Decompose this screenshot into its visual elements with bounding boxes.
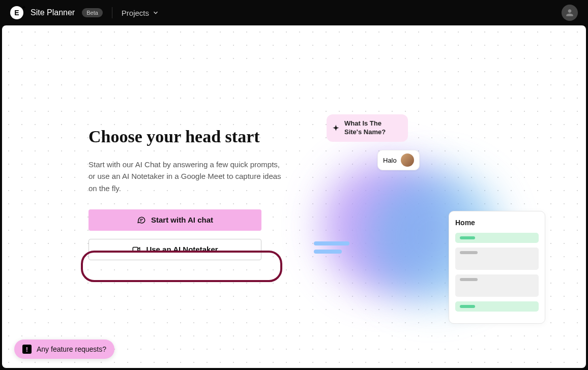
app-logo: E ✦ <box>10 6 23 19</box>
user-avatar[interactable] <box>562 5 578 21</box>
ai-bubble-text: What Is The Site's Name? <box>344 119 400 137</box>
projects-dropdown[interactable]: Projects <box>122 9 159 17</box>
page-description: Start with our AI Chat by answering a fe… <box>89 159 282 194</box>
intro-column: Choose your head start Start with our AI… <box>89 25 282 260</box>
illustration: ✦ What Is The Site's Name? Halo Home <box>321 109 525 343</box>
sparkle-icon: ✦ <box>22 5 26 10</box>
svg-rect-0 <box>133 247 138 252</box>
card-row <box>455 301 539 312</box>
page-headline: Choose your head start <box>89 127 282 146</box>
card-row <box>455 274 539 297</box>
decorative-bars <box>314 241 349 258</box>
bar <box>314 250 342 254</box>
use-ai-notetaker-button[interactable]: Use an AI Notetaker <box>89 239 261 260</box>
chat-icon <box>137 215 146 225</box>
start-ai-chat-button[interactable]: Start with AI chat <box>89 209 261 231</box>
user-bubble-text: Halo <box>383 157 397 164</box>
primary-button-label: Start with AI chat <box>151 215 213 224</box>
divider <box>112 7 112 18</box>
user-chat-bubble: Halo <box>377 150 420 170</box>
card-row <box>455 248 539 270</box>
feedback-icon: ! <box>22 345 32 354</box>
app-title: Site Planner <box>31 8 75 17</box>
feedback-label: Any feature requests? <box>37 345 106 353</box>
ai-chat-bubble: ✦ What Is The Site's Name? <box>327 114 408 142</box>
content-wrap: Choose your head start Start with our AI… <box>2 25 586 368</box>
feedback-button[interactable]: ! Any feature requests? <box>14 340 114 359</box>
card-title: Home <box>455 219 539 227</box>
chevron-down-icon <box>152 9 159 16</box>
person-icon <box>565 8 575 18</box>
main-canvas: Choose your head start Start with our AI… <box>2 25 586 368</box>
bar <box>314 241 349 245</box>
user-avatar-image <box>401 153 414 167</box>
sparkles-icon: ✦ <box>333 123 339 133</box>
projects-label: Projects <box>122 9 149 17</box>
card-row <box>455 233 539 243</box>
top-bar: E ✦ Site Planner Beta Projects <box>0 0 588 25</box>
video-icon <box>132 245 141 254</box>
beta-badge: Beta <box>82 8 103 17</box>
sitemap-card-preview: Home <box>449 211 545 324</box>
secondary-button-label: Use an AI Notetaker <box>146 245 218 254</box>
